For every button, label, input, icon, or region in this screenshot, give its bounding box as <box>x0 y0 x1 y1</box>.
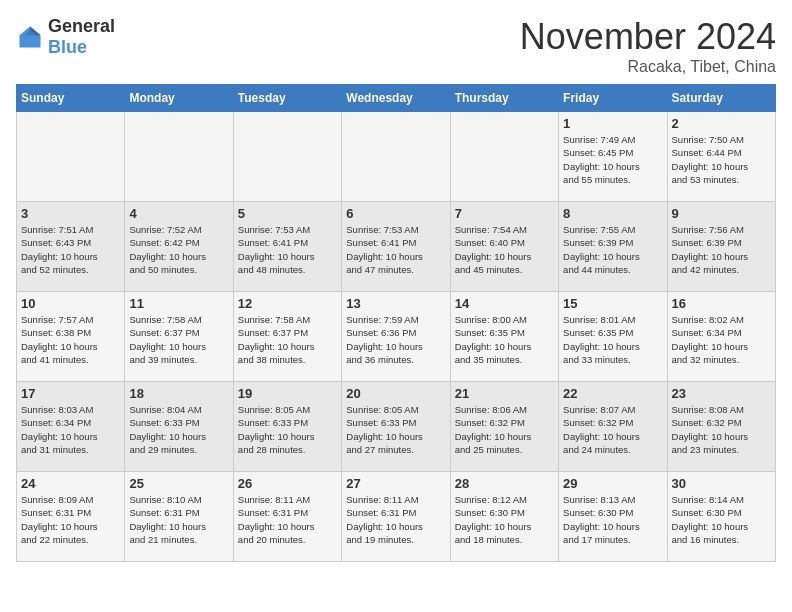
day-number: 26 <box>238 476 337 491</box>
calendar-week-5: 24Sunrise: 8:09 AM Sunset: 6:31 PM Dayli… <box>17 472 776 562</box>
day-info: Sunrise: 7:52 AM Sunset: 6:42 PM Dayligh… <box>129 223 228 276</box>
calendar-cell: 3Sunrise: 7:51 AM Sunset: 6:43 PM Daylig… <box>17 202 125 292</box>
calendar-cell: 10Sunrise: 7:57 AM Sunset: 6:38 PM Dayli… <box>17 292 125 382</box>
day-number: 5 <box>238 206 337 221</box>
day-number: 21 <box>455 386 554 401</box>
day-info: Sunrise: 8:05 AM Sunset: 6:33 PM Dayligh… <box>238 403 337 456</box>
day-number: 6 <box>346 206 445 221</box>
header-friday: Friday <box>559 85 667 112</box>
calendar-cell: 4Sunrise: 7:52 AM Sunset: 6:42 PM Daylig… <box>125 202 233 292</box>
calendar-cell: 9Sunrise: 7:56 AM Sunset: 6:39 PM Daylig… <box>667 202 775 292</box>
day-number: 17 <box>21 386 120 401</box>
day-number: 12 <box>238 296 337 311</box>
calendar-cell: 28Sunrise: 8:12 AM Sunset: 6:30 PM Dayli… <box>450 472 558 562</box>
day-number: 9 <box>672 206 771 221</box>
day-info: Sunrise: 7:57 AM Sunset: 6:38 PM Dayligh… <box>21 313 120 366</box>
day-info: Sunrise: 7:54 AM Sunset: 6:40 PM Dayligh… <box>455 223 554 276</box>
day-number: 25 <box>129 476 228 491</box>
day-number: 24 <box>21 476 120 491</box>
header-saturday: Saturday <box>667 85 775 112</box>
calendar-week-4: 17Sunrise: 8:03 AM Sunset: 6:34 PM Dayli… <box>17 382 776 472</box>
calendar-table: Sunday Monday Tuesday Wednesday Thursday… <box>16 84 776 562</box>
day-info: Sunrise: 8:00 AM Sunset: 6:35 PM Dayligh… <box>455 313 554 366</box>
logo-icon <box>16 23 44 51</box>
day-info: Sunrise: 8:09 AM Sunset: 6:31 PM Dayligh… <box>21 493 120 546</box>
calendar-cell <box>342 112 450 202</box>
day-info: Sunrise: 7:56 AM Sunset: 6:39 PM Dayligh… <box>672 223 771 276</box>
day-number: 27 <box>346 476 445 491</box>
day-info: Sunrise: 7:49 AM Sunset: 6:45 PM Dayligh… <box>563 133 662 186</box>
calendar-cell: 8Sunrise: 7:55 AM Sunset: 6:39 PM Daylig… <box>559 202 667 292</box>
day-info: Sunrise: 8:10 AM Sunset: 6:31 PM Dayligh… <box>129 493 228 546</box>
day-number: 28 <box>455 476 554 491</box>
day-number: 19 <box>238 386 337 401</box>
page-header: General Blue November 2024 Racaka, Tibet… <box>16 16 776 76</box>
calendar-cell: 16Sunrise: 8:02 AM Sunset: 6:34 PM Dayli… <box>667 292 775 382</box>
calendar-cell: 6Sunrise: 7:53 AM Sunset: 6:41 PM Daylig… <box>342 202 450 292</box>
day-info: Sunrise: 8:01 AM Sunset: 6:35 PM Dayligh… <box>563 313 662 366</box>
calendar-cell: 25Sunrise: 8:10 AM Sunset: 6:31 PM Dayli… <box>125 472 233 562</box>
calendar-cell: 17Sunrise: 8:03 AM Sunset: 6:34 PM Dayli… <box>17 382 125 472</box>
calendar-cell: 26Sunrise: 8:11 AM Sunset: 6:31 PM Dayli… <box>233 472 341 562</box>
day-info: Sunrise: 7:58 AM Sunset: 6:37 PM Dayligh… <box>129 313 228 366</box>
title-area: November 2024 Racaka, Tibet, China <box>520 16 776 76</box>
day-number: 29 <box>563 476 662 491</box>
calendar-cell: 30Sunrise: 8:14 AM Sunset: 6:30 PM Dayli… <box>667 472 775 562</box>
day-info: Sunrise: 8:03 AM Sunset: 6:34 PM Dayligh… <box>21 403 120 456</box>
day-info: Sunrise: 7:59 AM Sunset: 6:36 PM Dayligh… <box>346 313 445 366</box>
calendar-cell: 13Sunrise: 7:59 AM Sunset: 6:36 PM Dayli… <box>342 292 450 382</box>
day-number: 18 <box>129 386 228 401</box>
day-info: Sunrise: 7:58 AM Sunset: 6:37 PM Dayligh… <box>238 313 337 366</box>
calendar-cell: 24Sunrise: 8:09 AM Sunset: 6:31 PM Dayli… <box>17 472 125 562</box>
calendar-cell <box>125 112 233 202</box>
calendar-body: 1Sunrise: 7:49 AM Sunset: 6:45 PM Daylig… <box>17 112 776 562</box>
calendar-cell <box>17 112 125 202</box>
day-info: Sunrise: 8:07 AM Sunset: 6:32 PM Dayligh… <box>563 403 662 456</box>
calendar-header: Sunday Monday Tuesday Wednesday Thursday… <box>17 85 776 112</box>
header-monday: Monday <box>125 85 233 112</box>
day-info: Sunrise: 7:55 AM Sunset: 6:39 PM Dayligh… <box>563 223 662 276</box>
day-number: 2 <box>672 116 771 131</box>
calendar-cell: 19Sunrise: 8:05 AM Sunset: 6:33 PM Dayli… <box>233 382 341 472</box>
calendar-cell <box>233 112 341 202</box>
day-info: Sunrise: 8:12 AM Sunset: 6:30 PM Dayligh… <box>455 493 554 546</box>
calendar-cell: 21Sunrise: 8:06 AM Sunset: 6:32 PM Dayli… <box>450 382 558 472</box>
logo-blue: Blue <box>48 37 87 57</box>
calendar-cell: 18Sunrise: 8:04 AM Sunset: 6:33 PM Dayli… <box>125 382 233 472</box>
header-thursday: Thursday <box>450 85 558 112</box>
logo: General Blue <box>16 16 115 58</box>
day-number: 16 <box>672 296 771 311</box>
day-info: Sunrise: 8:13 AM Sunset: 6:30 PM Dayligh… <box>563 493 662 546</box>
calendar-cell: 15Sunrise: 8:01 AM Sunset: 6:35 PM Dayli… <box>559 292 667 382</box>
calendar-week-1: 1Sunrise: 7:49 AM Sunset: 6:45 PM Daylig… <box>17 112 776 202</box>
day-number: 14 <box>455 296 554 311</box>
day-info: Sunrise: 8:11 AM Sunset: 6:31 PM Dayligh… <box>346 493 445 546</box>
day-info: Sunrise: 7:51 AM Sunset: 6:43 PM Dayligh… <box>21 223 120 276</box>
logo-general: General <box>48 16 115 36</box>
day-number: 7 <box>455 206 554 221</box>
day-info: Sunrise: 8:14 AM Sunset: 6:30 PM Dayligh… <box>672 493 771 546</box>
day-info: Sunrise: 8:11 AM Sunset: 6:31 PM Dayligh… <box>238 493 337 546</box>
calendar-cell: 14Sunrise: 8:00 AM Sunset: 6:35 PM Dayli… <box>450 292 558 382</box>
day-info: Sunrise: 8:08 AM Sunset: 6:32 PM Dayligh… <box>672 403 771 456</box>
day-number: 11 <box>129 296 228 311</box>
day-number: 1 <box>563 116 662 131</box>
header-tuesday: Tuesday <box>233 85 341 112</box>
day-number: 15 <box>563 296 662 311</box>
day-number: 30 <box>672 476 771 491</box>
calendar-week-3: 10Sunrise: 7:57 AM Sunset: 6:38 PM Dayli… <box>17 292 776 382</box>
day-number: 13 <box>346 296 445 311</box>
calendar-cell: 2Sunrise: 7:50 AM Sunset: 6:44 PM Daylig… <box>667 112 775 202</box>
calendar-cell: 5Sunrise: 7:53 AM Sunset: 6:41 PM Daylig… <box>233 202 341 292</box>
day-info: Sunrise: 8:05 AM Sunset: 6:33 PM Dayligh… <box>346 403 445 456</box>
calendar-cell: 23Sunrise: 8:08 AM Sunset: 6:32 PM Dayli… <box>667 382 775 472</box>
logo-text: General Blue <box>48 16 115 58</box>
header-wednesday: Wednesday <box>342 85 450 112</box>
calendar-cell <box>450 112 558 202</box>
calendar-cell: 11Sunrise: 7:58 AM Sunset: 6:37 PM Dayli… <box>125 292 233 382</box>
calendar-cell: 1Sunrise: 7:49 AM Sunset: 6:45 PM Daylig… <box>559 112 667 202</box>
calendar-week-2: 3Sunrise: 7:51 AM Sunset: 6:43 PM Daylig… <box>17 202 776 292</box>
header-sunday: Sunday <box>17 85 125 112</box>
day-info: Sunrise: 8:02 AM Sunset: 6:34 PM Dayligh… <box>672 313 771 366</box>
day-number: 10 <box>21 296 120 311</box>
